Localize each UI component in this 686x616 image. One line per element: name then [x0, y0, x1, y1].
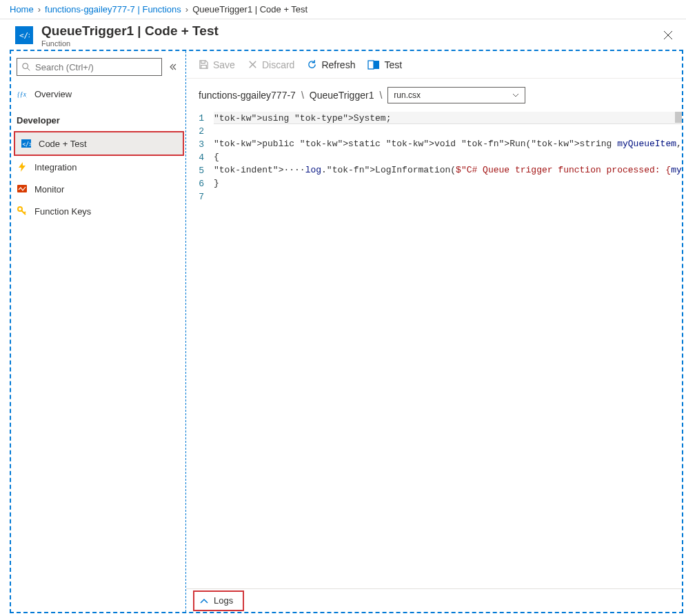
svg-line-4 — [28, 68, 30, 71]
chevron-right-icon: › — [185, 4, 188, 14]
path-separator: \ — [301, 90, 304, 101]
sidebar-item-overview[interactable]: {ƒx} Overview — [11, 83, 185, 105]
test-button[interactable]: Test — [367, 59, 402, 70]
svg-rect-9 — [17, 185, 27, 192]
sidebar-section-developer: Developer — [11, 109, 185, 131]
path-app: functions-ggailey777-7 — [199, 90, 296, 101]
svg-rect-15 — [368, 61, 374, 69]
main-panel: {ƒx} Overview Developer </> Code + Test … — [10, 50, 683, 613]
function-code-icon: </> — [15, 26, 33, 44]
file-select-dropdown[interactable]: run.csx — [387, 87, 525, 103]
sidebar-search-input[interactable] — [35, 62, 157, 72]
sidebar-item-label: Code + Test — [39, 139, 87, 149]
test-icon — [367, 60, 380, 70]
svg-text:</>: </> — [19, 31, 30, 40]
chevron-double-left-icon — [169, 63, 177, 71]
sidebar-item-code-test[interactable]: </> Code + Test — [15, 132, 183, 155]
editor-content[interactable]: "tok-kw">using "tok-type">System; "tok-k… — [214, 112, 682, 588]
line-number: 3 — [186, 138, 214, 151]
page-header: </> QueueTrigger1 | Code + Test Function — [0, 19, 686, 50]
refresh-icon — [307, 59, 317, 70]
code-icon: </> — [21, 138, 32, 149]
close-button[interactable] — [660, 27, 676, 43]
collapse-sidebar-button[interactable] — [166, 60, 180, 74]
overview-icon: {ƒx} — [17, 88, 28, 99]
page-title: QueueTrigger1 | Code + Test — [41, 23, 660, 39]
discard-icon — [248, 59, 258, 70]
svg-text:</>: </> — [23, 141, 32, 148]
code-line: "tok-kw">using "tok-type">System; — [214, 112, 682, 124]
editor-minimap[interactable] — [675, 112, 682, 123]
code-line: "tok-kw">public "tok-kw">static "tok-kw"… — [214, 137, 682, 150]
content-pane: Save Discard Refresh Test functions-ggai… — [186, 51, 682, 612]
discard-button[interactable]: Discard — [248, 59, 294, 70]
file-select-value: run.csx — [394, 90, 421, 100]
sidebar-item-label: Function Keys — [34, 206, 91, 217]
sidebar-item-function-keys[interactable]: Function Keys — [11, 200, 185, 222]
code-line: "tok-indent">····log."tok-fn">LogInforma… — [214, 163, 682, 177]
code-line: { — [214, 150, 682, 163]
logs-toggle-button[interactable]: Logs — [193, 590, 244, 611]
monitor-icon — [17, 183, 28, 195]
editor-gutter: 1 2 3 4 5 6 7 — [186, 112, 214, 588]
path-function: QueueTrigger1 — [310, 90, 374, 101]
sidebar-item-label: Integration — [34, 162, 77, 172]
lightning-icon — [17, 161, 28, 172]
chevron-up-icon — [200, 598, 208, 604]
file-path-row: functions-ggailey777-7 \ QueueTrigger1 \… — [186, 79, 682, 112]
line-number: 6 — [186, 177, 214, 190]
refresh-button[interactable]: Refresh — [307, 59, 355, 70]
chevron-right-icon: › — [38, 4, 41, 14]
svg-point-3 — [23, 63, 28, 69]
breadcrumb: Home › functions-ggailey777-7 | Function… — [0, 0, 686, 19]
line-number: 4 — [186, 151, 214, 164]
code-line: } — [214, 177, 682, 190]
breadcrumb-functions-app[interactable]: functions-ggailey777-7 | Functions — [45, 4, 181, 14]
breadcrumb-home[interactable]: Home — [10, 4, 34, 14]
line-number: 1 — [186, 112, 214, 125]
line-number: 5 — [186, 164, 214, 177]
svg-marker-8 — [19, 162, 26, 172]
sidebar-item-monitor[interactable]: Monitor — [11, 178, 185, 200]
line-number: 7 — [186, 190, 214, 203]
svg-text:{ƒx}: {ƒx} — [17, 90, 27, 98]
svg-rect-16 — [374, 61, 379, 69]
save-button[interactable]: Save — [199, 59, 235, 70]
sidebar: {ƒx} Overview Developer </> Code + Test … — [11, 51, 186, 612]
code-line — [214, 190, 682, 203]
logs-bar: Logs — [186, 588, 682, 612]
sidebar-item-label: Overview — [34, 89, 72, 99]
line-number: 2 — [186, 125, 214, 138]
breadcrumb-current: QueueTrigger1 | Code + Test — [192, 4, 307, 14]
save-icon — [199, 59, 209, 70]
code-line — [214, 124, 682, 137]
search-icon — [21, 62, 31, 72]
sidebar-search[interactable] — [17, 58, 162, 76]
logs-label: Logs — [214, 595, 233, 606]
sidebar-item-integration[interactable]: Integration — [11, 156, 185, 178]
chevron-down-icon — [512, 93, 519, 97]
toolbar: Save Discard Refresh Test — [186, 51, 682, 79]
code-editor[interactable]: 1 2 3 4 5 6 7 "tok-kw">using "tok-type">… — [186, 112, 682, 588]
page-subtitle: Function — [41, 39, 660, 48]
svg-line-12 — [24, 212, 26, 213]
path-separator: \ — [379, 90, 382, 101]
key-icon — [17, 206, 28, 217]
sidebar-item-label: Monitor — [34, 184, 64, 195]
close-icon — [663, 30, 673, 40]
